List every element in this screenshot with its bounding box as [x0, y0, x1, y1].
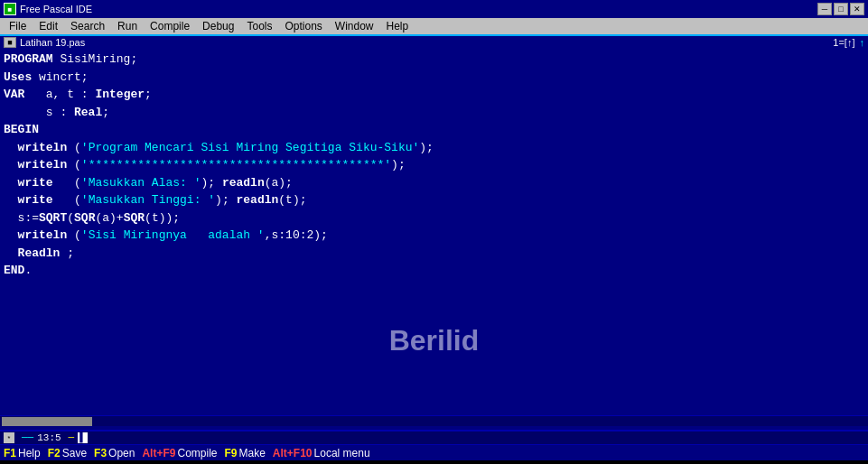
code-line: s : Real;	[4, 104, 864, 122]
editor-container: ■ Latihan 19.pas 1=[↑] ↑ PROGRAM SisiMir…	[0, 34, 868, 430]
menu-item-options[interactable]: Options	[279, 19, 327, 33]
scroll-thumb[interactable]	[2, 417, 92, 426]
menu-item-debug[interactable]: Debug	[197, 19, 239, 33]
fkey-item-altf9[interactable]: Alt+F9 Compile	[142, 447, 217, 459]
fkey-item-f1[interactable]: F1 Help	[4, 447, 41, 459]
code-line: writeln ('******************************…	[4, 156, 864, 174]
editor-titlebar: ■ Latihan 19.pas 1=[↑] ↑	[0, 34, 868, 49]
fkey-label: Local menu	[314, 447, 370, 459]
editor-title: Latihan 19.pas	[20, 37, 85, 48]
code-line: Readln ;	[4, 245, 864, 263]
fkey-key: Alt+F10	[273, 447, 313, 459]
titlebar: ■ Free Pascal IDE ─ □ ✕	[0, 0, 868, 18]
fkey-label: Compile	[177, 447, 217, 459]
menu-item-help[interactable]: Help	[381, 19, 415, 33]
fkey-key: F2	[48, 447, 61, 459]
app-title: Free Pascal IDE	[20, 4, 92, 14]
editor-title-box: ■ Latihan 19.pas	[4, 37, 85, 48]
titlebar-left: ■ Free Pascal IDE	[4, 3, 92, 15]
function-key-bar: F1 HelpF2 SaveF3 OpenAlt+F9 CompileF9 Ma…	[0, 444, 868, 460]
horizontal-scrollbar[interactable]	[0, 415, 868, 426]
code-line: BEGIN	[4, 121, 864, 139]
code-line: write ('Masukkan Tinggi: '); readln(t);	[4, 191, 864, 209]
code-line: END.	[4, 262, 864, 280]
minimize-button[interactable]: ─	[817, 3, 832, 15]
menubar: FileEditSearchRunCompileDebugToolsOption…	[0, 18, 868, 34]
fkey-key: F3	[94, 447, 107, 459]
code-line: Uses wincrt;	[4, 69, 864, 87]
code-line: writeln ('Program Mencari Sisi Miring Se…	[4, 139, 864, 157]
fkey-item-f9[interactable]: F9 Make	[224, 447, 265, 459]
fkey-item-f3[interactable]: F3 Open	[94, 447, 135, 459]
menu-item-run[interactable]: Run	[112, 19, 143, 33]
menu-item-file[interactable]: File	[4, 19, 32, 33]
fkey-item-altf10[interactable]: Alt+F10 Local menu	[273, 447, 370, 459]
fkey-label: Open	[108, 447, 135, 459]
fkey-key: Alt+F9	[142, 447, 175, 459]
menu-item-edit[interactable]: Edit	[33, 19, 63, 33]
status-marker: *	[4, 432, 14, 443]
menu-item-search[interactable]: Search	[65, 19, 110, 33]
titlebar-controls[interactable]: ─ □ ✕	[817, 3, 864, 15]
app-icon: ■	[4, 3, 16, 15]
fkey-item-f2[interactable]: F2 Save	[48, 447, 87, 459]
editor-line-info: 1=[↑] ↑	[833, 37, 864, 48]
fkey-key: F1	[4, 447, 16, 459]
code-line: PROGRAM SisiMiring;	[4, 51, 864, 69]
cursor-indicator: ▌	[78, 432, 88, 443]
statusbar: * ── 13:5 ─ ▌	[0, 430, 868, 444]
code-line: VAR a, t : Integer;	[4, 86, 864, 104]
code-line: writeln ('Sisi Miringnya adalah ',s:10:2…	[4, 227, 864, 245]
status-left: * ── 13:5 ─ ▌	[4, 432, 88, 443]
editor-close-button[interactable]: ■	[4, 37, 16, 48]
code-line: write ('Masukkan Alas: '); readln(a);	[4, 174, 864, 192]
fkey-label: Help	[18, 447, 41, 459]
menu-item-compile[interactable]: Compile	[145, 19, 195, 33]
code-editor[interactable]: PROGRAM SisiMiring;Uses wincrt;VAR a, t …	[0, 49, 868, 415]
code-line: s:=SQRT(SQR(a)+SQR(t));	[4, 209, 864, 227]
menu-item-window[interactable]: Window	[330, 19, 379, 33]
fkey-label: Make	[239, 447, 266, 459]
close-button[interactable]: ✕	[850, 3, 864, 15]
menu-item-tools[interactable]: Tools	[241, 19, 277, 33]
maximize-button[interactable]: □	[834, 3, 848, 15]
fkey-key: F9	[224, 447, 237, 459]
cursor-position: 13:5	[37, 432, 61, 443]
fkey-label: Save	[62, 447, 87, 459]
